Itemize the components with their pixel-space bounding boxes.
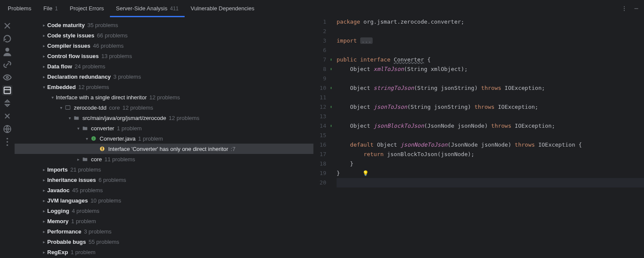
tab-label: Problems	[8, 5, 31, 12]
code-line[interactable]	[337, 93, 644, 102]
link-icon[interactable]	[2, 59, 12, 70]
tree-node[interactable]: Interface 'Converter' has only one direc…	[15, 144, 313, 154]
code-line[interactable]	[337, 178, 644, 187]
code-line[interactable]: Object stringToJson(String jsonString) t…	[337, 83, 644, 93]
tab-project-errors[interactable]: Project Errors	[64, 0, 110, 17]
tree-node[interactable]: ▸Inheritance issues 6 problems	[15, 175, 313, 185]
chevron-right-icon[interactable]: ▸	[40, 167, 47, 172]
more-icon[interactable]	[2, 137, 12, 147]
chevron-down-icon[interactable]: ▾	[75, 126, 82, 131]
chevron-right-icon[interactable]: ▸	[40, 74, 47, 79]
tree-node[interactable]: ▾IConverter.java 1 problem	[15, 133, 313, 144]
tree-node[interactable]: ▸Javadoc 45 problems	[15, 185, 313, 195]
code-line[interactable]: package org.jsmart.zerocode.converter;	[337, 17, 644, 27]
tab-server-side-analysis[interactable]: Server-Side Analysis411	[110, 0, 185, 17]
tree-label: RegExp	[47, 249, 68, 255]
code-line[interactable]: }💡	[337, 169, 644, 178]
tree-node[interactable]: ▸Performance 3 problems	[15, 226, 313, 236]
chevron-down-icon[interactable]: ▾	[40, 85, 47, 89]
tab-vulnerable-dependencies[interactable]: Vulnerable Dependencies	[185, 0, 260, 17]
chevron-down-icon[interactable]: ▾	[83, 136, 90, 141]
close-icon[interactable]	[2, 21, 12, 31]
tree-node[interactable]: ▸Code maturity 35 problems	[15, 20, 313, 30]
chevron-right-icon[interactable]: ▸	[40, 43, 47, 48]
tab-file[interactable]: File1	[37, 0, 64, 17]
tree-label: Performance	[47, 228, 81, 235]
chevron-right-icon[interactable]: ▸	[40, 250, 47, 255]
tree-meta: 46 problems	[93, 43, 124, 49]
tree-node[interactable]: ▸Control flow issues 13 problems	[15, 51, 313, 61]
tree-node[interactable]: ▸RegExp 1 problem	[15, 247, 313, 257]
minimize-icon[interactable]	[630, 3, 642, 15]
tree-node[interactable]: ▸Data flow 24 problems	[15, 61, 313, 71]
tree-node[interactable]: ▸Code style issues 66 problems	[15, 30, 313, 40]
chevron-right-icon[interactable]: ▸	[40, 240, 47, 244]
chevron-right-icon[interactable]: ▸	[40, 229, 47, 234]
chevron-right-icon[interactable]: ▸	[40, 209, 47, 213]
collapse-icon[interactable]	[2, 111, 12, 121]
web-icon[interactable]	[2, 124, 12, 134]
code-line[interactable]	[337, 112, 644, 121]
chevron-right-icon[interactable]: ▸	[40, 23, 47, 28]
svg-point-10	[6, 141, 8, 143]
tree-node[interactable]: ▸Logging 4 problems	[15, 206, 313, 216]
code-line[interactable]: Object jsonBlockToJson(JsonNode jsonNode…	[337, 121, 644, 131]
problems-tree[interactable]: ▸Code maturity 35 problems▸Code style is…	[15, 17, 313, 258]
code-line[interactable]	[337, 46, 644, 55]
tree-label: JVM languages	[47, 197, 88, 204]
folder-icon	[82, 125, 88, 132]
eye-icon[interactable]	[2, 72, 12, 83]
tab-bar: ProblemsFile1Project ErrorsServer-Side A…	[0, 0, 644, 17]
tree-node[interactable]: ▸Compiler issues 46 problems	[15, 40, 313, 51]
code-editor[interactable]: 12367891011121314151617181920 ⬍⬍ ⬍ ⬍ ⬍ p…	[314, 17, 644, 258]
chevron-right-icon[interactable]: ▸	[40, 188, 47, 193]
tree-node[interactable]: ▸Declaration redundancy 3 problems	[15, 71, 313, 82]
intention-bulb-icon[interactable]: 💡	[362, 169, 369, 178]
tree-node[interactable]: ▾converter 1 problem	[15, 123, 313, 133]
chevron-right-icon[interactable]: ▸	[40, 198, 47, 203]
preview-icon[interactable]	[2, 85, 12, 95]
chevron-right-icon[interactable]: ▸	[40, 178, 47, 182]
more-options-icon[interactable]	[618, 3, 630, 15]
code-line[interactable]: import ...	[337, 36, 644, 46]
user-icon[interactable]	[2, 46, 12, 57]
tab-problems[interactable]: Problems	[2, 0, 37, 17]
tree-label: converter	[91, 125, 114, 132]
svg-text:I: I	[93, 137, 94, 140]
tree-label: Compiler issues	[47, 43, 90, 49]
svg-point-1	[624, 8, 625, 9]
tree-node[interactable]: ▾Interface with a single direct inherito…	[15, 92, 313, 102]
tab-label: Project Errors	[70, 5, 104, 12]
tree-node[interactable]: ▸JVM languages 10 problems	[15, 195, 313, 206]
chevron-right-icon[interactable]: ▸	[40, 219, 47, 224]
code-line[interactable]	[337, 27, 644, 36]
tree-node[interactable]: ▾zerocode-tddcore 12 problems	[15, 102, 313, 113]
chevron-down-icon[interactable]: ▾	[49, 95, 56, 100]
tree-node[interactable]: ▾src/main/java/org/jsmart/zerocode 12 pr…	[15, 113, 313, 123]
tree-node[interactable]: ▸Memory 1 problem	[15, 216, 313, 226]
code-line[interactable]: public interface Converter {	[337, 55, 644, 64]
tree-label: Converter.java	[100, 135, 136, 142]
chevron-right-icon[interactable]: ▸	[40, 64, 47, 69]
chevron-right-icon[interactable]: ▸	[40, 33, 47, 38]
code-line[interactable]: Object xmlToJson(String xmlObject);	[337, 64, 644, 74]
code-line[interactable]: return jsonBlockToJson(jsonNode);	[337, 150, 644, 159]
code-line[interactable]: Object jsonToJson(String jsonString) thr…	[337, 102, 644, 112]
code-line[interactable]	[337, 131, 644, 140]
chevron-down-icon[interactable]: ▾	[66, 116, 73, 120]
chevron-right-icon[interactable]: ▸	[40, 54, 47, 58]
tree-node[interactable]: ▸Probable bugs 55 problems	[15, 236, 313, 247]
code-line[interactable]: default Object jsonNodeToJson(JsonNode j…	[337, 140, 644, 150]
code-line[interactable]: }	[337, 159, 644, 169]
chevron-down-icon[interactable]: ▾	[58, 105, 64, 110]
tree-node[interactable]: ▸core 11 problems	[15, 154, 313, 164]
main-area: ▸Code maturity 35 problems▸Code style is…	[0, 17, 644, 258]
tree-node[interactable]: ▸Imports 21 problems	[15, 164, 313, 175]
code-line[interactable]	[337, 74, 644, 83]
chevron-right-icon[interactable]: ▸	[75, 157, 82, 162]
tree-node[interactable]: ▾Embedded 12 problems	[15, 82, 313, 92]
refresh-icon[interactable]	[2, 34, 12, 44]
tree-meta: 13 problems	[101, 53, 132, 59]
code-area[interactable]: package org.jsmart.zerocode.converter; i…	[337, 17, 644, 258]
expand-icon[interactable]	[2, 98, 12, 108]
